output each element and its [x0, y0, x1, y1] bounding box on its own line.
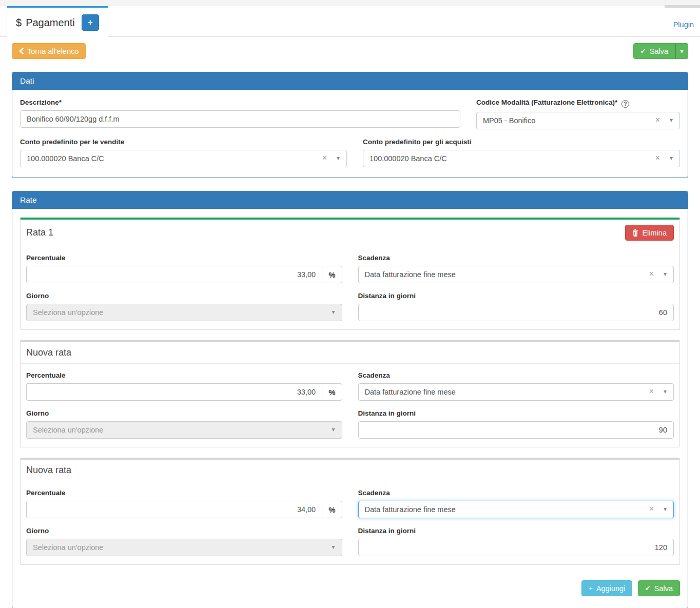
clear-x-icon[interactable]: × [655, 153, 660, 163]
distanza-input[interactable] [358, 421, 674, 439]
giorno-label: Giorno [26, 409, 342, 417]
clear-x-icon[interactable]: × [655, 115, 660, 125]
page-title: $ Pagamenti [16, 17, 75, 29]
clear-x-icon[interactable]: × [322, 153, 327, 163]
percentuale-label: Percentuale [26, 489, 342, 497]
scadenza-label: Scadenza [358, 489, 674, 497]
codice-modalita-label: Codice Modalità (Fatturazione Elettronic… [476, 99, 680, 108]
distanza-input[interactable] [358, 539, 674, 556]
caret-down-icon: ▾ [670, 154, 673, 162]
save-button-label: Salva [650, 47, 668, 55]
scadenza-value: Data fatturazione fine mese [365, 270, 456, 279]
aggiungi-button[interactable]: + Aggiungi [581, 580, 632, 596]
trash-icon [632, 229, 638, 237]
codice-modalita-value: MP05 - Bonifico [483, 116, 535, 125]
caret-down-icon: ▾ [670, 116, 673, 124]
descrizione-label: Descrizione* [20, 99, 460, 106]
scadenza-select[interactable]: Data fatturazione fine mese × ▾ [358, 501, 674, 518]
save-button[interactable]: ✔ Salva [633, 43, 675, 59]
dati-panel-title: Dati [12, 72, 688, 90]
caret-down-icon: ▾ [332, 543, 335, 551]
rate-salva-button-label: Salva [654, 584, 673, 593]
top-strip [0, 0, 700, 6]
codice-modalita-label-text: Codice Modalità (Fatturazione Elettronic… [476, 99, 617, 106]
descrizione-input[interactable] [20, 110, 460, 128]
scadenza-value: Data fatturazione fine mese [365, 505, 456, 514]
chevron-left-icon [19, 48, 24, 54]
rate-salva-button[interactable]: ✔ Salva [638, 580, 680, 596]
caret-down-icon: ▾ [332, 308, 335, 316]
rata-card: Nuova rata Percentuale % Scadenza Data [20, 458, 680, 565]
scadenza-label: Scadenza [358, 371, 674, 379]
distanza-label: Distanza in giorni [358, 409, 674, 417]
scadenza-label: Scadenza [358, 254, 674, 262]
scadenza-value: Data fatturazione fine mese [365, 388, 456, 396]
rata-title: Nuova rata [26, 465, 71, 476]
percentuale-label: Percentuale [26, 371, 342, 379]
percentuale-input[interactable] [26, 501, 322, 518]
percentuale-input[interactable] [26, 266, 322, 283]
tab-bar: $ Pagamenti + Plugin [0, 6, 700, 37]
distanza-label: Distanza in giorni [358, 292, 674, 300]
caret-down-icon: ▾ [664, 505, 667, 513]
help-icon[interactable]: ? [621, 100, 629, 108]
giorno-select[interactable]: Seleziona un'opzione ▾ [26, 539, 342, 556]
giorno-placeholder: Seleziona un'opzione [33, 543, 103, 552]
back-to-list-button[interactable]: Torna all'elenco [12, 43, 86, 59]
conto-acquisti-select[interactable]: 100.000020 Banca C/C × ▾ [363, 150, 680, 167]
scadenza-select[interactable]: Data fatturazione fine mese × ▾ [358, 383, 674, 401]
clear-x-icon[interactable]: × [649, 504, 654, 514]
caret-down-icon: ▾ [680, 48, 683, 55]
percent-addon: % [322, 501, 342, 518]
caret-down-icon: ▾ [337, 154, 340, 162]
rata-title: Rata 1 [26, 227, 53, 238]
rata-title: Nuova rata [26, 347, 71, 358]
elimina-button-label: Elimina [642, 229, 667, 237]
plugin-link[interactable]: Plugin [673, 21, 694, 29]
save-split-button: ✔ Salva ▾ [633, 43, 688, 59]
check-icon: ✔ [640, 48, 646, 54]
back-button-label: Torna all'elenco [27, 47, 79, 55]
giorno-label: Giorno [26, 292, 342, 300]
dollar-icon: $ [16, 17, 22, 29]
scadenza-select[interactable]: Data fatturazione fine mese × ▾ [358, 266, 674, 283]
rata-card: Nuova rata Percentuale % Scadenza Data [20, 340, 680, 447]
dati-panel: Dati Descrizione* Codice Modalità (Fattu… [12, 72, 688, 178]
plus-icon: + [88, 17, 93, 28]
conto-vendite-select[interactable]: 100.000020 Banca C/C × ▾ [20, 150, 347, 167]
rate-panel-title: Rate [12, 191, 688, 209]
giorno-select[interactable]: Seleziona un'opzione ▾ [26, 304, 342, 321]
distanza-input[interactable] [358, 304, 674, 321]
percent-addon: % [322, 383, 342, 401]
aggiungi-button-label: Aggiungi [596, 584, 625, 593]
giorno-placeholder: Seleziona un'opzione [33, 308, 103, 317]
clear-x-icon[interactable]: × [649, 387, 654, 396]
caret-down-icon: ▾ [664, 388, 667, 395]
percent-addon: % [322, 266, 342, 283]
save-dropdown-toggle[interactable]: ▾ [675, 43, 688, 59]
rate-footer: + Aggiungi ✔ Salva [20, 575, 680, 598]
clear-x-icon[interactable]: × [649, 269, 654, 279]
conto-acquisti-value: 100.000020 Banca C/C [370, 154, 447, 163]
dati-panel-body: Descrizione* Codice Modalità (Fatturazio… [12, 90, 688, 178]
rate-panel: Rate Rata 1 Elimina Percentuale % [12, 191, 688, 608]
tab-label: Pagamenti [26, 17, 75, 29]
percentuale-input[interactable] [26, 383, 322, 401]
codice-modalita-select[interactable]: MP05 - Bonifico × ▾ [476, 112, 680, 129]
check-icon: ✔ [645, 585, 651, 592]
elimina-button[interactable]: Elimina [625, 225, 674, 241]
giorno-placeholder: Seleziona un'opzione [33, 426, 103, 434]
rata-card: Rata 1 Elimina Percentuale % [20, 218, 680, 330]
plus-icon: + [589, 585, 593, 592]
distanza-label: Distanza in giorni [358, 527, 674, 535]
giorno-select[interactable]: Seleziona un'opzione ▾ [26, 421, 342, 439]
caret-down-icon: ▾ [664, 270, 667, 278]
tab-pagamenti[interactable]: $ Pagamenti + [7, 6, 108, 37]
conto-vendite-value: 100.000020 Banca C/C [27, 154, 104, 163]
caret-down-icon: ▾ [332, 426, 335, 433]
toolbar: Torna all'elenco ✔ Salva ▾ [12, 43, 688, 59]
giorno-label: Giorno [26, 527, 342, 535]
percentuale-label: Percentuale [26, 254, 342, 262]
add-payment-button[interactable]: + [82, 14, 99, 31]
conto-vendite-label: Conto predefinito per le vendite [20, 138, 347, 146]
